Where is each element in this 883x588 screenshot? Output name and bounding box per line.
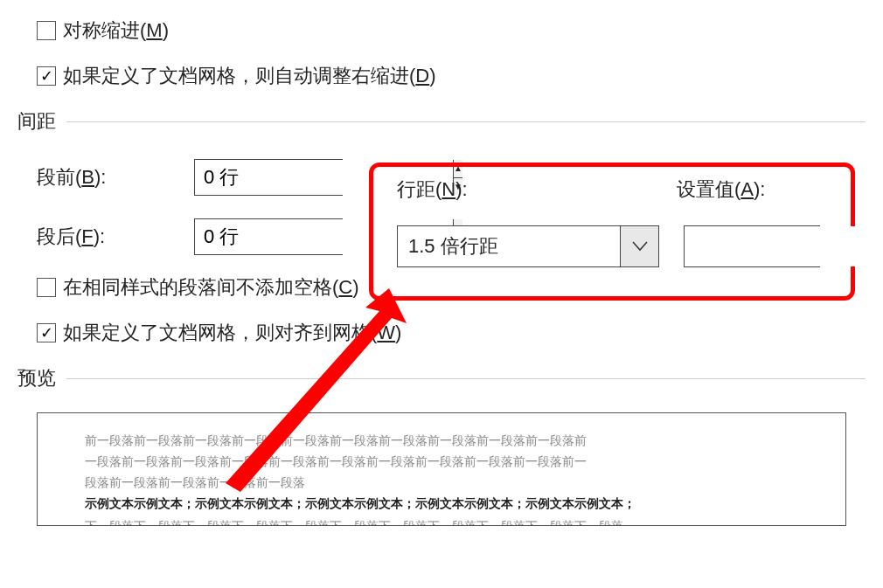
checkbox-mirror-indent[interactable]: 对称缩进(M) — [37, 17, 866, 44]
checkbox-label: 如果定义了文档网格，则对齐到网格(W) — [63, 320, 401, 346]
checkbox-box: ✓ — [37, 323, 56, 342]
spinner-space-before[interactable]: ▲ ▼ — [194, 159, 343, 196]
preview-text: 一段落前一段落前一段落前一段落前一段落前一段落前一段落前一段落前一段落前一段落前… — [85, 452, 830, 473]
preview-sample-text: 示例文本示例文本；示例文本示例文本；示例文本示例文本；示例文本示例文本；示例文本… — [85, 493, 830, 516]
preview-text: 下一段落下一段落下一段落下一段落下一段落下一段落下一段落下一段落下一段落下一段落… — [85, 516, 830, 526]
select-value: 1.5 倍行距 — [398, 226, 620, 266]
label-space-after: 段后(F): — [37, 224, 194, 250]
select-line-spacing[interactable]: 1.5 倍行距 — [397, 225, 659, 267]
label-line-spacing: 行距(N): — [397, 176, 677, 203]
preview-text: 前一段落前一段落前一段落前一段落前一段落前一段落前一段落前一段落前一段落前一段落… — [85, 431, 830, 452]
checkbox-box — [37, 278, 56, 297]
label-set-value: 设置值(A): — [677, 176, 765, 203]
section-header-spacing: 间距 — [17, 108, 866, 135]
checkbox-label: 在相同样式的段落间不添加空格(C) — [63, 274, 359, 301]
check-icon: ✓ — [40, 68, 53, 84]
checkbox-box: ✓ — [37, 66, 56, 86]
checkbox-label: 如果定义了文档网格，则自动调整右缩进(D) — [63, 63, 436, 89]
checkbox-box — [37, 21, 56, 40]
checkbox-label: 对称缩进(M) — [63, 17, 169, 44]
checkbox-snap-to-grid[interactable]: ✓ 如果定义了文档网格，则对齐到网格(W) — [37, 320, 866, 346]
section-header-preview: 预览 — [17, 365, 866, 391]
chevron-down-icon[interactable] — [620, 226, 658, 266]
checkbox-auto-right-indent[interactable]: ✓ 如果定义了文档网格，则自动调整右缩进(D) — [37, 63, 866, 89]
spinner-set-value[interactable]: ▲ ▼ — [684, 225, 820, 267]
spinner-space-after[interactable]: ▲ ▼ — [194, 218, 343, 255]
checkbox-no-space-same-style[interactable]: 在相同样式的段落间不添加空格(C) — [37, 274, 866, 301]
check-icon: ✓ — [40, 325, 53, 341]
preview-text: 段落前一段落前一段落前一段落前一段落 — [85, 473, 830, 494]
set-value-input[interactable] — [685, 226, 883, 266]
label-space-before: 段前(B): — [37, 164, 194, 190]
preview-box: 前一段落前一段落前一段落前一段落前一段落前一段落前一段落前一段落前一段落前一段落… — [37, 412, 846, 526]
